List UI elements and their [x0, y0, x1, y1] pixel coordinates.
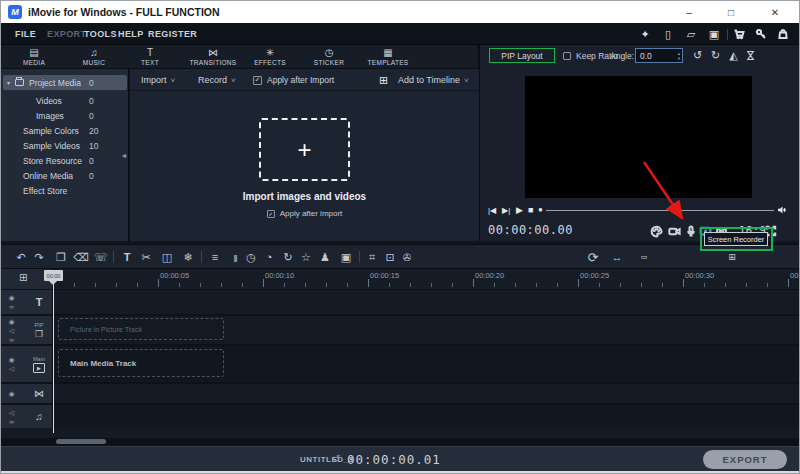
import-dropdown[interactable]: Import ˅	[141, 69, 175, 91]
zoom-out-icon[interactable]: ▭	[635, 245, 653, 269]
loop-icon[interactable]: ↺	[332, 453, 340, 464]
main-track-icon[interactable]: ▶	[33, 363, 45, 373]
sidebar-item-images[interactable]: Images 0	[3, 108, 127, 123]
motion-tracking-icon[interactable]: ♟	[316, 245, 334, 269]
main-clip-placeholder[interactable]: Main Media Track	[58, 349, 224, 377]
stepper[interactable]: ▴▾	[678, 49, 680, 62]
link-icon[interactable]: ∞	[9, 418, 14, 425]
tab-music[interactable]: ♫ MUSIC	[66, 46, 122, 68]
new-project-icon[interactable]: ▯	[660, 26, 676, 42]
color-palette-icon[interactable]	[649, 224, 664, 238]
playhead-flag[interactable]: 00:00	[44, 270, 63, 281]
sidebar-item-store-resource[interactable]: Store Resource 0	[3, 153, 127, 168]
import-dropzone[interactable]: +	[259, 118, 350, 181]
eye-icon[interactable]: ◉	[9, 294, 15, 301]
fit-timeline-icon[interactable]: ↔	[608, 245, 626, 269]
tab-text[interactable]: T TEXT	[122, 46, 178, 68]
pan-zoom-icon[interactable]: ⊡	[381, 245, 399, 269]
tab-media[interactable]: ▤ MEDIA	[6, 46, 62, 68]
redo-icon[interactable]: ↷	[30, 245, 48, 269]
sidebar-item-project-media[interactable]: ▾ Project Media 0	[3, 75, 127, 90]
dropzone-apply-checkbox[interactable]: ✓ Apply after import	[130, 209, 479, 218]
camcorder-icon[interactable]	[667, 224, 682, 238]
menu-export[interactable]: EXPORT	[47, 23, 86, 45]
thumbnail-view-icon[interactable]: ⊞	[379, 69, 388, 91]
track-manager-icon[interactable]: ⊞	[19, 272, 27, 283]
wand-icon[interactable]: ✦	[637, 26, 653, 42]
pip-layout-button[interactable]: PIP Layout	[489, 48, 555, 63]
prev-frame-button[interactable]: |◀	[488, 203, 496, 217]
save-icon[interactable]: ▣	[706, 26, 722, 42]
sidebar-collapse-handle[interactable]: ◂	[122, 151, 126, 160]
sidebar-item-online-media[interactable]: Online Media 0	[3, 168, 127, 183]
track-lane-text[interactable]	[53, 290, 800, 314]
export-button[interactable]: EXPORT	[703, 450, 787, 469]
delete-icon[interactable]: ⌫	[72, 245, 90, 269]
keygen-icon[interactable]	[753, 26, 769, 42]
text-track-icon[interactable]: T	[36, 296, 43, 308]
detach-audio-icon[interactable]: ◫	[158, 245, 176, 269]
close-button[interactable]: ✕	[757, 1, 793, 23]
flip-vertical-icon[interactable]: ⋈	[743, 48, 758, 63]
eye-icon[interactable]: ◉	[9, 318, 15, 325]
volume-icon[interactable]	[776, 203, 788, 217]
track-lane-main[interactable]: Main Media Track	[53, 346, 800, 382]
angle-input[interactable]: 0.0 ▴▾	[635, 48, 683, 63]
store-cart-icon[interactable]	[731, 26, 747, 42]
voiceover-icon[interactable]: ☏	[92, 245, 110, 269]
freeze-frame-icon[interactable]: ❄	[179, 245, 197, 269]
shop-bag-icon[interactable]	[775, 26, 791, 42]
tab-sticker[interactable]: ◷ STICKER	[301, 46, 357, 68]
split-icon[interactable]: ✂	[137, 245, 155, 269]
link-icon[interactable]: ∞	[9, 303, 14, 310]
open-folder-icon[interactable]: ▱	[683, 26, 699, 42]
movie-camera-icon[interactable]: ✇	[398, 245, 416, 269]
undo-icon[interactable]: ↶	[12, 245, 30, 269]
transition-track-icon[interactable]: ⋈	[34, 388, 44, 399]
play-button[interactable]: ▶	[516, 203, 523, 217]
sidebar-item-effect-store[interactable]: Effect Store	[3, 183, 127, 198]
adjust-icon[interactable]: ≡	[206, 245, 224, 269]
track-lane-pip[interactable]: Picture in Picture Track	[53, 316, 800, 344]
eye-icon[interactable]: ◉	[9, 390, 15, 397]
mute-icon[interactable]: ◁	[9, 327, 14, 334]
sidebar-item-sample-videos[interactable]: Sample Videos 10	[3, 138, 127, 153]
sidebar-item-sample-colors[interactable]: Sample Colors 20	[3, 123, 127, 138]
menu-help[interactable]: HELP	[118, 23, 144, 45]
caret-down-icon[interactable]: ▾	[3, 79, 15, 86]
copy-icon[interactable]: ❐	[52, 245, 70, 269]
flip-horizontal-icon[interactable]: ◭	[726, 48, 741, 63]
crop-icon[interactable]: ⌗	[363, 245, 381, 269]
stepper-down-icon[interactable]: ▾	[678, 56, 680, 61]
effects-star-icon[interactable]: ☆	[297, 245, 315, 269]
tab-templates[interactable]: ▦ TEMPLATES	[358, 46, 418, 68]
sync-icon[interactable]: ⟳	[584, 245, 602, 269]
timeline-ruler[interactable]: 00:00:0500:00:1000:00:1500:00:2000:00:25…	[1, 269, 800, 289]
sidebar-item-videos[interactable]: Videos 0	[3, 93, 127, 108]
menu-tools[interactable]: TOOLS	[84, 23, 117, 45]
mute-icon[interactable]: ◁	[9, 409, 14, 416]
menu-file[interactable]: FILE	[15, 23, 36, 45]
pip-track-icon[interactable]: ❐	[35, 329, 43, 339]
add-to-timeline-dropdown[interactable]: Add to Timeline ˅	[398, 69, 469, 91]
stop-button[interactable]: ■	[528, 203, 533, 217]
horizontal-scrollbar[interactable]	[56, 439, 106, 444]
green-screen-icon[interactable]: ▣	[337, 245, 355, 269]
link-icon[interactable]: ∞	[9, 336, 14, 343]
next-frame-button[interactable]: ▶|	[502, 203, 510, 217]
tab-effects[interactable]: ✳ EFFECTS	[242, 46, 298, 68]
music-track-icon[interactable]: ♫	[35, 411, 43, 422]
tab-transitions[interactable]: ⋈ TRANSITIONS	[182, 46, 244, 68]
rotate-ccw-icon[interactable]: ↺	[690, 48, 705, 63]
menu-register[interactable]: REGISTER	[148, 23, 197, 45]
rotate-cw-icon[interactable]: ↻	[708, 48, 723, 63]
rotate-icon[interactable]: ↻	[279, 245, 297, 269]
speed-icon[interactable]: ◷	[242, 245, 260, 269]
playhead-line[interactable]	[53, 282, 54, 433]
track-lane-transition[interactable]	[53, 384, 800, 403]
maximize-button[interactable]: □	[713, 1, 749, 23]
add-text-icon[interactable]: T	[118, 245, 136, 269]
mute-icon[interactable]: ◁	[9, 365, 14, 372]
pip-clip-placeholder[interactable]: Picture in Picture Track	[58, 318, 224, 340]
eye-icon[interactable]: ◉	[9, 356, 15, 363]
